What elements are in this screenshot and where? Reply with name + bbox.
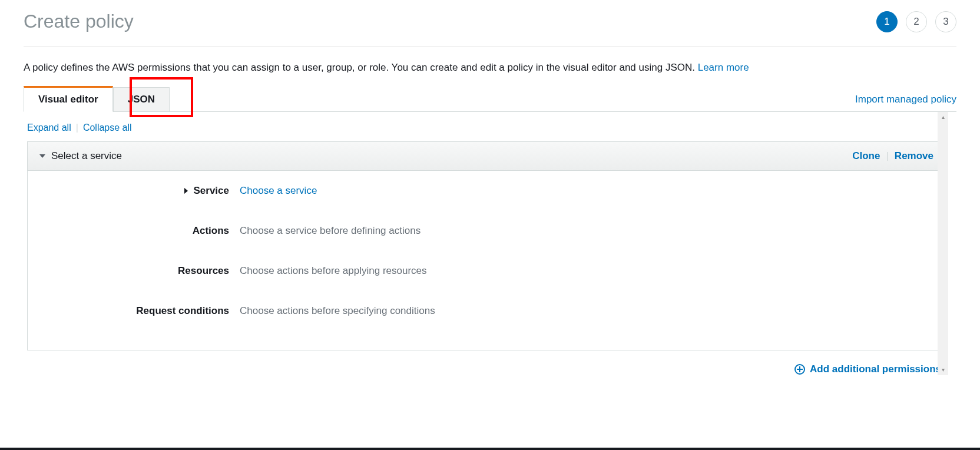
plus-circle-icon xyxy=(794,364,805,375)
scroll-up-icon[interactable]: ▴ xyxy=(938,112,948,123)
choose-service-link[interactable]: Choose a service xyxy=(240,185,317,197)
add-permissions-label: Add additional permissions xyxy=(810,363,941,375)
step-3[interactable]: 3 xyxy=(935,11,956,32)
panel-header[interactable]: Select a service Clone | Remove xyxy=(28,142,945,171)
caret-down-icon xyxy=(39,154,45,158)
service-label: Service xyxy=(194,185,230,197)
separator: | xyxy=(886,150,888,162)
add-additional-permissions-link[interactable]: Add additional permissions xyxy=(794,363,941,375)
intro-body: A policy defines the AWS permissions tha… xyxy=(24,62,698,73)
step-2[interactable]: 2 xyxy=(906,11,927,32)
import-managed-policy-link[interactable]: Import managed policy xyxy=(855,88,956,111)
tab-visual-editor[interactable]: Visual editor xyxy=(24,86,113,112)
separator: | xyxy=(76,123,78,133)
remove-link[interactable]: Remove xyxy=(895,150,933,162)
page-title: Create policy xyxy=(24,11,134,32)
conditions-label: Request conditions xyxy=(136,305,229,317)
clone-link[interactable]: Clone xyxy=(852,150,880,162)
learn-more-link[interactable]: Learn more xyxy=(698,62,749,73)
vertical-scrollbar[interactable]: ▴ ▾ xyxy=(938,112,948,375)
caret-right-icon[interactable] xyxy=(184,188,188,194)
permissions-panel: Select a service Clone | Remove Service xyxy=(27,141,946,350)
resources-placeholder: Choose actions before applying resources xyxy=(240,265,427,277)
panel-title: Select a service xyxy=(51,150,122,162)
expand-all-link[interactable]: Expand all xyxy=(27,123,71,133)
footer-divider xyxy=(0,448,980,450)
tab-json[interactable]: JSON xyxy=(113,87,170,112)
step-1[interactable]: 1 xyxy=(876,11,898,32)
conditions-placeholder: Choose actions before specifying conditi… xyxy=(240,305,435,317)
actions-label: Actions xyxy=(193,225,229,237)
collapse-all-link[interactable]: Collapse all xyxy=(83,123,132,133)
scroll-down-icon[interactable]: ▾ xyxy=(938,365,948,375)
resources-label: Resources xyxy=(178,265,229,277)
intro-text: A policy defines the AWS permissions tha… xyxy=(24,60,956,75)
actions-placeholder: Choose a service before defining actions xyxy=(240,225,421,237)
wizard-steps: 1 2 3 xyxy=(876,11,956,32)
